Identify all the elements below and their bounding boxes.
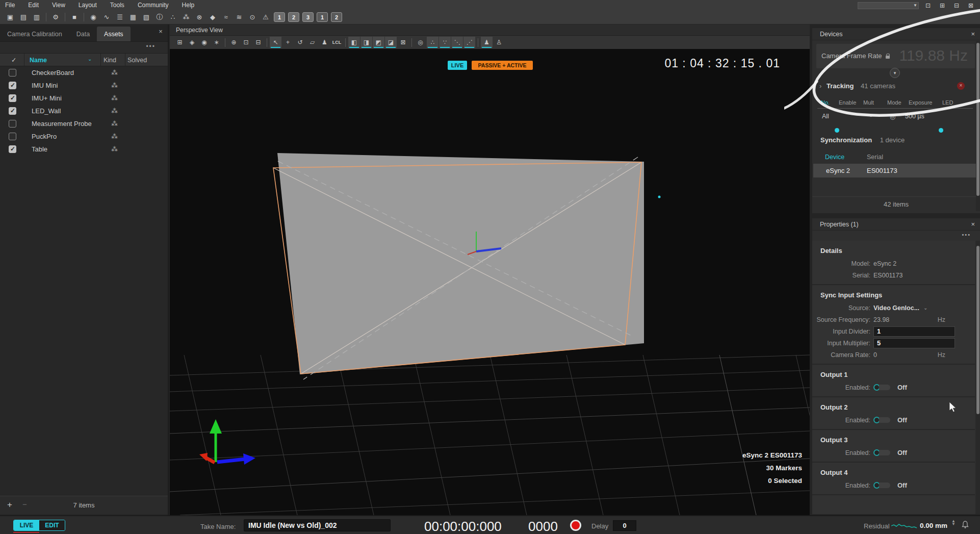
take-name-input[interactable]	[244, 519, 391, 531]
layout-1-button[interactable]: 1	[274, 12, 285, 22]
col-device[interactable]: Device	[825, 154, 844, 161]
graph-1-icon[interactable]: ≈	[220, 12, 232, 23]
synchronization-group-row[interactable]: Synchronization 1 device	[820, 136, 905, 144]
show-markers-icon[interactable]: ∴	[427, 37, 439, 48]
table-row[interactable]: eSync 2 ES001173	[813, 164, 978, 177]
exposure-value[interactable]: 500 µs	[905, 113, 924, 120]
select-skeletons-icon[interactable]: ◪	[385, 37, 397, 48]
table-row[interactable]: Measurement Probe ⁂	[0, 117, 168, 130]
zoom-in-icon[interactable]: ⊕	[228, 37, 240, 48]
asset-checkbox[interactable]	[9, 69, 16, 77]
mode-icon[interactable]: ◎	[890, 113, 895, 120]
layers-icon[interactable]: ☰	[114, 12, 126, 23]
asset-checkbox[interactable]	[9, 82, 16, 89]
layout-preset-dropdown[interactable]: ▼	[858, 2, 919, 9]
layout-measure-icon[interactable]: ⊡	[923, 2, 933, 10]
show-marker-labels-icon[interactable]: ⋰	[463, 37, 475, 48]
layout-3-button[interactable]: 3	[302, 12, 314, 22]
graph-2-icon[interactable]: ≋	[233, 12, 245, 23]
tracking-error-icon[interactable]: ×	[957, 82, 965, 90]
output-3-enabled-toggle[interactable]	[873, 449, 890, 456]
stop-layout-icon[interactable]: ■	[68, 12, 81, 23]
streaming-icon[interactable]: ⊙	[246, 12, 259, 23]
output-2-title[interactable]: Output 2	[816, 401, 971, 414]
input-divider-field[interactable]	[873, 326, 955, 337]
zoom-window-icon[interactable]: ⊡	[240, 37, 252, 48]
check-column-header[interactable]: ✓	[11, 56, 16, 64]
settings-gear-icon[interactable]: ⚙	[49, 12, 62, 23]
name-column-header[interactable]: Name	[30, 57, 47, 64]
stepper-arrows-icon[interactable]: ▲▼	[951, 520, 956, 526]
chevron-right-icon[interactable]: ›	[819, 82, 821, 90]
layout-2-button[interactable]: 2	[288, 12, 299, 22]
asset-checkbox[interactable]	[9, 107, 16, 115]
table-row[interactable]: CheckerBoard ⁂	[0, 66, 168, 79]
tab-assets[interactable]: Assets	[97, 27, 131, 41]
skeleton-tool-icon[interactable]: ♟	[319, 37, 330, 48]
table-row[interactable]: IMU+ Mini ⁂	[0, 92, 168, 105]
details-title[interactable]: Details	[816, 245, 971, 258]
devices-scrollbar[interactable]	[976, 41, 980, 211]
show-skeleton-icon[interactable]: ♟	[481, 37, 493, 48]
open-project-icon[interactable]: ▣	[4, 12, 16, 23]
show-marker-sticks-icon[interactable]: ⋱	[451, 37, 463, 48]
col-led[interactable]: LED	[942, 99, 953, 106]
source-dropdown[interactable]: Video Genloc...	[873, 304, 919, 312]
camera-layout-1-button[interactable]: 1	[317, 12, 328, 22]
select-bones-icon[interactable]: ◩	[373, 37, 384, 48]
output-2-enabled-toggle[interactable]	[873, 417, 890, 423]
asset-checkbox[interactable]	[9, 120, 16, 128]
menu-layout[interactable]: Layout	[79, 2, 97, 9]
col-mult[interactable]: Mult	[863, 99, 874, 106]
label-tag-icon[interactable]: ◆	[207, 12, 219, 23]
zoom-fit-icon[interactable]: ⊟	[252, 37, 264, 48]
output-1-title[interactable]: Output 1	[816, 369, 971, 382]
edit-tools-icon[interactable]: ⊗	[193, 12, 205, 23]
layout-skeleton-icon[interactable]: ⊞	[937, 2, 947, 10]
record-button[interactable]	[570, 520, 581, 531]
select-cameras-icon[interactable]: ⊠	[397, 37, 409, 48]
save-icon[interactable]: ▤	[17, 12, 30, 23]
output-3-title[interactable]: Output 3	[816, 434, 971, 447]
show-labeled-markers-icon[interactable]: ∵	[439, 37, 451, 48]
output-4-enabled-toggle[interactable]	[873, 482, 890, 489]
close-icon[interactable]: ×	[971, 30, 975, 38]
asset-icon[interactable]: ∴	[167, 12, 179, 23]
sync-input-settings-title[interactable]: Sync Input Settings	[816, 289, 971, 302]
table-row[interactable]: Table ⁂	[0, 143, 168, 156]
output-1-enabled-toggle[interactable]	[873, 384, 890, 391]
close-icon[interactable]: ×	[157, 28, 165, 36]
layout-edit-icon[interactable]: ⊠	[966, 2, 976, 10]
panel-menu-icon[interactable]: •••	[962, 232, 971, 238]
layout-camera-icon[interactable]: ⊟	[951, 2, 962, 10]
properties-scrollbar[interactable]	[976, 241, 980, 514]
input-multiplier-field[interactable]	[873, 338, 955, 348]
asset-checkbox[interactable]	[9, 94, 16, 102]
menu-tools[interactable]: Tools	[110, 2, 124, 9]
info-icon[interactable]: ⓘ	[153, 12, 166, 23]
camera-layout-2-button[interactable]: 2	[331, 12, 342, 22]
col-mode[interactable]: Mode	[887, 99, 901, 106]
camera-preview-icon[interactable]: ◉	[87, 12, 99, 23]
menu-view[interactable]: View	[52, 2, 65, 9]
viewport-tab-label[interactable]: Perspective View	[176, 27, 223, 34]
solved-column-header[interactable]: Solved	[127, 57, 147, 64]
camera-alert-icon[interactable]: ⚠	[260, 12, 272, 23]
table-row[interactable]: LED_Wall ⁂	[0, 105, 168, 117]
tab-camera-calibration[interactable]: Camera Calibration	[0, 27, 69, 41]
col-enable[interactable]: Enable	[839, 99, 856, 106]
camera-snapshot-icon[interactable]: ◉	[198, 37, 210, 48]
menu-community[interactable]: Community	[138, 2, 169, 9]
tab-data[interactable]: Data	[69, 27, 97, 41]
close-icon[interactable]: ×	[971, 220, 975, 228]
translate-tool-icon[interactable]: +	[282, 37, 294, 48]
show-avatar-icon[interactable]: ♙	[493, 37, 505, 48]
chevron-down-icon[interactable]: ⌄	[923, 305, 927, 311]
3d-scene[interactable]	[170, 49, 810, 515]
tracking-group-row[interactable]: › Tracking 41 cameras	[819, 82, 895, 90]
live-mode-button[interactable]: LIVE	[14, 520, 39, 530]
edit-mode-button[interactable]: EDIT	[39, 520, 65, 530]
notification-bell-icon[interactable]	[962, 521, 969, 529]
live-edit-toggle[interactable]: LIVE EDIT	[13, 520, 65, 531]
col-serial[interactable]: Serial	[867, 154, 883, 161]
